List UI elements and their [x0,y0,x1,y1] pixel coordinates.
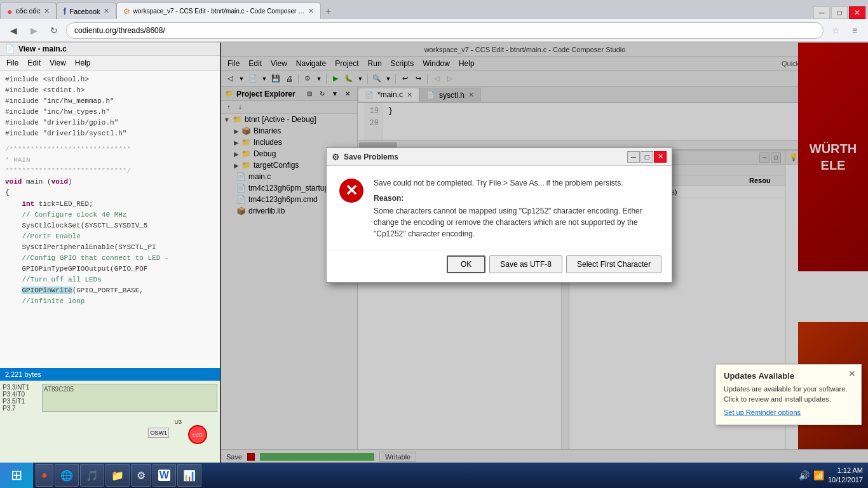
settings-button[interactable]: ≡ [846,23,863,38]
facebook-icon: f [64,6,67,17]
ok-button[interactable]: OK [447,255,485,273]
dialog-reason-label: Reason: [374,194,659,203]
save-problems-dialog: ⚙ Save Problems ─ □ ✕ ✕ Save could not b… [326,147,672,283]
tab-label-ide: workspace_v7 - CCS Edit - btnrt/main.c -… [133,8,305,15]
browser-tab-coccoc[interactable]: ● cốc cốc ✕ [0,3,57,19]
new-tab-button[interactable]: + [321,4,336,19]
dialog-error-icon: ✕ [339,179,363,203]
circuit-area: P3.3/NT1 P3.4/T0 P3.5/T1 P3.7 AT89C205 L… [0,381,220,463]
dialog-body: ✕ Save could not be completed. Try File … [327,166,672,250]
dialog-restore[interactable]: □ [641,151,653,163]
updates-reminder-link[interactable]: Set up Reminder options [724,409,801,416]
browser-tab-ide[interactable]: ⚙ workspace_v7 - CCS Edit - btnrt/main.c… [116,3,321,19]
taskbar-item-3d[interactable]: ⚙ [131,464,151,487]
dialog-main-text: Save could not be completed. Try File > … [374,179,659,187]
left-panel-menubar: File Edit View Help [0,56,220,71]
updates-title: Updates Available [724,371,853,381]
browser-minimize[interactable]: ─ [813,6,830,19]
taskbar-item-app[interactable]: 📊 [177,464,201,487]
taskbar-tray: 🔊 📶 1:12 AM 10/12/2017 [794,466,868,485]
dialog-buttons: OK Save as UTF-8 Select First Character [327,250,672,282]
dialog-text-area: Save could not be completed. Try File > … [374,179,659,240]
browser-tab-facebook[interactable]: f Facebook ✕ [57,3,116,19]
word-icon: W [158,470,170,481]
app-icon: 📊 [183,470,196,482]
left-panel: 📄 View - main.c File Edit View Help #inc… [0,43,221,463]
view-icon: 📄 [5,44,15,53]
led-indicator: LED [188,425,207,444]
tab-close-facebook[interactable]: ✕ [104,7,109,15]
taskbar-item-browser2[interactable]: 🌐 [55,464,79,487]
clock-time: 1:12 AM [828,466,863,475]
updates-popup: Updates Available ✕ Updates are availabl… [715,364,862,425]
tray-icon-sound[interactable]: 🔊 [799,470,810,480]
taskbar-item-files[interactable]: 📁 [105,464,130,487]
dialog-title: Save Problems [344,152,623,161]
coccoc-taskbar-icon: ● [41,470,48,481]
dialog-reason-text: Some characters cannot be mapped using "… [374,205,659,240]
select-first-character-button[interactable]: Select First Character [566,255,661,273]
taskbar-clock: 1:12 AM 10/12/2017 [828,466,863,485]
browser-maximize[interactable]: □ [831,6,848,19]
forward-button[interactable]: ▶ [25,23,42,38]
dialog-minimize[interactable]: ─ [627,151,640,163]
music-icon: 🎵 [86,470,98,482]
tray-icon-network[interactable]: 📶 [813,470,824,480]
menu-view[interactable]: View [46,57,70,69]
left-panel-header: 📄 View - main.c [0,43,220,56]
menu-help[interactable]: Help [71,57,95,69]
tab-label-coccoc: cốc cốc [15,7,40,15]
menu-file[interactable]: File [3,57,22,69]
browser-close[interactable]: ✕ [849,6,865,19]
taskbar-item-coccoc[interactable]: ● [36,464,53,487]
menu-edit[interactable]: Edit [24,57,44,69]
clock-date: 10/12/2017 [828,475,863,485]
start-button[interactable]: ⊞ [0,463,33,488]
updates-text: Updates are available for your software.… [724,384,853,404]
left-code-area: #include <stdbool.h> #include <stdint.h>… [0,71,220,368]
dialog-title-icon: ⚙ [332,152,340,162]
tab-close-ide[interactable]: ✕ [308,7,314,15]
taskbar-item-word[interactable]: W [153,464,176,487]
ide-tab-icon: ⚙ [123,7,130,16]
back-button[interactable]: ◀ [5,23,22,38]
dialog-titlebar: ⚙ Save Problems ─ □ ✕ [327,148,672,166]
left-panel-title: View - main.c [18,44,67,53]
bookmark-button[interactable]: ☆ [827,23,844,38]
address-bar[interactable] [66,22,824,39]
refresh-button[interactable]: ↻ [46,23,62,38]
left-status-text: 2,221 bytes [5,370,41,378]
updates-close-button[interactable]: ✕ [848,369,856,379]
coccoc-icon: ● [7,6,12,17]
taskbar: ⊞ ● 🌐 🎵 📁 ⚙ W 📊 🔊 📶 1:12 AM 10/12/2017 [0,463,868,488]
tab-close-coccoc[interactable]: ✕ [44,7,50,15]
3d-icon: ⚙ [137,470,146,482]
browser2-icon: 🌐 [60,470,73,482]
dialog-close[interactable]: ✕ [654,151,667,163]
save-utf8-button[interactable]: Save as UTF-8 [489,255,562,273]
left-status-bar: 2,221 bytes [0,368,220,381]
tab-label-facebook: Facebook [69,8,100,15]
taskbar-item-music[interactable]: 🎵 [80,464,104,487]
ide-panel: workspace_v7 - CCS Edit - btnrt/main.c -… [221,43,868,463]
files-icon: 📁 [111,470,124,482]
taskbar-items: ● 🌐 🎵 📁 ⚙ W 📊 [33,463,794,488]
